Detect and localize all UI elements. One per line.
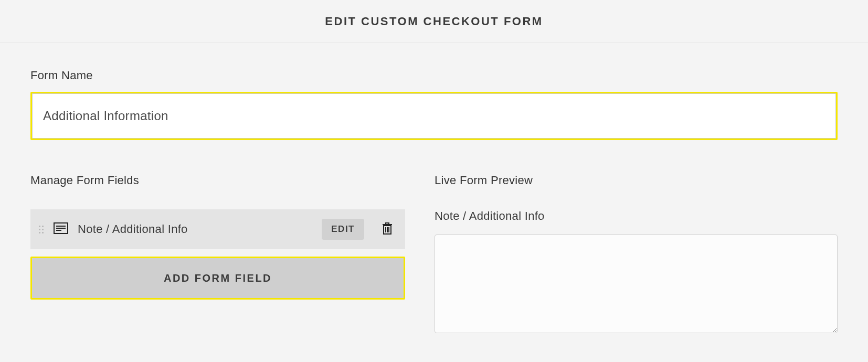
add-field-highlight: ADD FORM FIELD (30, 257, 405, 300)
manage-fields-column: Manage Form Fields (30, 174, 405, 300)
add-form-field-button[interactable]: ADD FORM FIELD (32, 258, 404, 298)
edit-field-button[interactable]: EDIT (322, 219, 364, 240)
preview-textarea[interactable] (435, 235, 838, 333)
preview-field-label: Note / Additional Info (435, 209, 838, 223)
modal-header: EDIT CUSTOM CHECKOUT FORM (0, 0, 868, 42)
live-preview-column: Live Form Preview Note / Additional Info (435, 174, 838, 335)
modal-title: EDIT CUSTOM CHECKOUT FORM (0, 15, 868, 28)
field-label: Note / Additional Info (78, 222, 312, 236)
manage-fields-heading: Manage Form Fields (30, 174, 405, 187)
trash-icon (382, 229, 393, 237)
form-name-label: Form Name (30, 69, 838, 82)
delete-field-button[interactable] (380, 220, 395, 239)
textarea-field-icon (54, 222, 68, 236)
svg-rect-6 (386, 223, 389, 225)
form-name-highlight (30, 92, 838, 140)
live-preview-heading: Live Form Preview (435, 174, 838, 187)
drag-handle-icon[interactable] (39, 226, 44, 233)
field-row: Note / Additional Info EDIT (30, 209, 405, 249)
modal-body: Form Name Manage Form Fields (0, 42, 868, 356)
form-name-input[interactable] (32, 93, 836, 139)
